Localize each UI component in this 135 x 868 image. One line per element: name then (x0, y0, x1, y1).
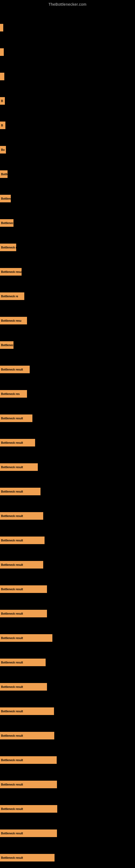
bottleneck-bar (0, 48, 4, 56)
bar-label: Bottleneck (1, 344, 13, 347)
bottleneck-bar: Bottleneck result (0, 683, 47, 691)
bar-label: Bottleneck res (1, 393, 20, 396)
bottleneck-bar: Bottleneck result (0, 512, 43, 520)
bottleneck-bar: Bottleneck result (0, 805, 57, 813)
bar-label: Bottleneck result (1, 661, 23, 664)
bottleneck-bar: Bottleneck result (0, 414, 32, 422)
bar-label: Bottleneck result (1, 612, 23, 615)
bar-label: Bottleneck result (1, 759, 23, 762)
bar-item: Bottleneck result (0, 634, 52, 642)
bottleneck-bar: Bottleneck result (0, 488, 41, 495)
bar-label: Bottleneck re (1, 246, 16, 249)
bottleneck-bar: Bottleneck result (0, 463, 38, 471)
bar-item: Bottleneck result (0, 463, 38, 471)
bottleneck-bar: Bottleneck result (0, 610, 47, 617)
bar-item (0, 73, 4, 80)
bar-item: Bottleneck result (0, 366, 30, 373)
bar-item: B (0, 97, 5, 105)
bar-label: Bottleneck resu (1, 319, 21, 322)
bottleneck-bar: Bottleneck result (0, 781, 57, 788)
bar-label: Bottleneck result (1, 368, 23, 371)
bottleneck-bar: Bottleneck result (0, 756, 57, 764)
bottleneck-bar: Bottleneck result (0, 854, 54, 862)
bar-label: Bottlen (1, 173, 8, 176)
bar-label: B (1, 99, 3, 102)
bar-label: Bottleneck result (1, 685, 23, 688)
bar-item: Bottleneck result (0, 439, 35, 446)
bar-item: Bottleneck result (0, 683, 47, 691)
bottleneck-bar: Bottleneck result (0, 830, 57, 837)
bar-item: Bottleneck result (0, 610, 47, 617)
bottleneck-bar: Bo (0, 146, 6, 154)
bottleneck-bar: Bottleneck result (0, 439, 35, 446)
bottleneck-bar: Bottleneck result (0, 707, 54, 715)
bar-label: Bottleneck result (1, 807, 23, 810)
bottleneck-bar: Bottleneck r (0, 195, 11, 203)
bar-label: Bottleneck result (1, 832, 23, 835)
bar-item: Bottleneck re (0, 292, 24, 300)
bar-item: Bottleneck result (0, 830, 57, 837)
bar-item: Bottleneck result (0, 488, 41, 495)
bottleneck-bar: Bottleneck re (0, 244, 16, 251)
bar-item (0, 24, 3, 31)
bar-item: Bottleneck result (0, 756, 57, 764)
bar-item (0, 48, 4, 56)
bar-label: Bottleneck result (1, 637, 23, 640)
bottleneck-bar: Bottleneck res (0, 390, 27, 398)
bar-label: Bo (1, 148, 5, 151)
bar-label: Bottleneck result (1, 515, 23, 518)
bottleneck-bar (0, 24, 3, 31)
bottleneck-bar: Bottleneck (0, 219, 13, 227)
bar-label: Bottleneck result (1, 490, 23, 493)
bar-label: Bottleneck (1, 222, 13, 225)
bar-label: Bottleneck result (1, 783, 23, 786)
bar-item: Bottleneck r (0, 195, 11, 203)
bar-item: Bottleneck result (0, 659, 46, 666)
bar-label: Bottleneck result (1, 710, 23, 713)
bottleneck-bar: Bottlen (0, 170, 8, 178)
bottleneck-bar: Bottleneck result (0, 585, 47, 593)
bar-item: Bottleneck result (0, 561, 43, 568)
bar-item: Bottleneck result (0, 707, 54, 715)
bar-item: Bottleneck result (0, 512, 43, 520)
bar-label: Bottleneck result (1, 563, 23, 566)
bottleneck-bar: Bottleneck result (0, 732, 54, 739)
bottleneck-bar: Bottleneck result (0, 659, 46, 666)
bottleneck-bar: Bottleneck result (0, 268, 21, 276)
bottleneck-bar: Bottleneck re (0, 292, 24, 300)
bar-label: Bottleneck result (1, 734, 23, 737)
bar-item: Bottleneck result (0, 414, 32, 422)
bar-item: Bottleneck (0, 219, 13, 227)
bar-label: B (1, 124, 3, 127)
bar-item: Bottleneck result (0, 536, 45, 544)
bar-item: Bottleneck res (0, 390, 27, 398)
site-title: TheBottlenecker.com (0, 0, 135, 8)
bar-item: Bottleneck result (0, 854, 54, 862)
bottleneck-bar: Bottleneck (0, 341, 13, 349)
bar-item: Bottleneck result (0, 805, 57, 813)
bottleneck-bar: Bottleneck resu (0, 317, 27, 324)
bar-item: Bottleneck result (0, 732, 54, 739)
bottleneck-bar: Bottleneck result (0, 536, 45, 544)
bar-item: Bottlen (0, 170, 8, 178)
bar-item: Bottleneck result (0, 585, 47, 593)
bottleneck-bar: B (0, 97, 5, 105)
bar-label: Bottleneck re (1, 295, 18, 298)
bar-label: Bottleneck result (1, 417, 23, 420)
bar-item: Bottleneck re (0, 244, 16, 251)
bar-label: Bottleneck result (1, 466, 23, 469)
bar-item: Bottleneck result (0, 781, 57, 788)
bar-label: Bottleneck result (1, 856, 23, 859)
bar-item: Bottleneck resu (0, 317, 27, 324)
bar-label: Bottleneck result (1, 539, 23, 542)
bar-label: Bottleneck r (1, 197, 11, 200)
bottleneck-bar: Bottleneck result (0, 634, 52, 642)
bar-label: Bottleneck result (1, 588, 23, 591)
bar-item: Bottleneck result (0, 268, 21, 276)
bar-item: Bo (0, 146, 6, 154)
bottleneck-bar: Bottleneck result (0, 366, 30, 373)
bar-label: Bottleneck result (1, 441, 23, 444)
bar-item: Bottleneck (0, 341, 13, 349)
bottleneck-bar: B (0, 122, 5, 129)
bottleneck-bar (0, 73, 4, 80)
